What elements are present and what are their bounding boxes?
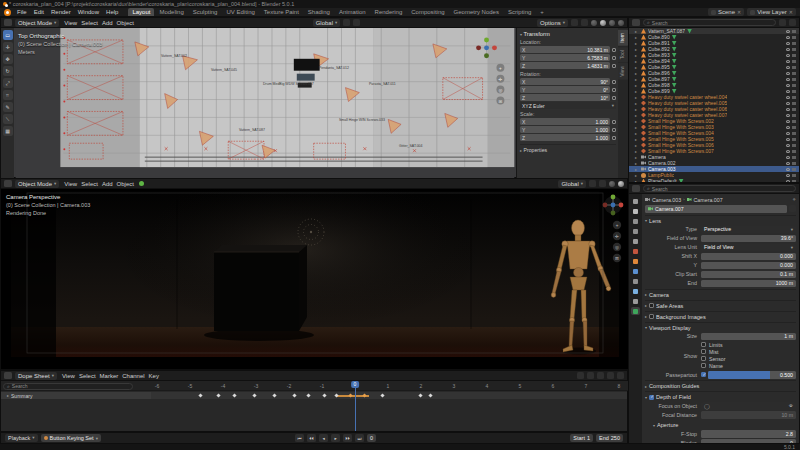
- options-button[interactable]: Options▾: [537, 19, 568, 27]
- keying-set-dropdown[interactable]: Button Keying Set▾: [41, 434, 101, 442]
- render-visibility-icon[interactable]: [792, 138, 796, 141]
- modifiers-tab[interactable]: [631, 267, 640, 275]
- viewport-menu-object[interactable]: Object: [115, 181, 136, 187]
- visibility-eye-icon[interactable]: [786, 132, 790, 135]
- overlay-icon[interactable]: [617, 372, 624, 379]
- top-ortho-canvas[interactable]: +✛◎⊞: [14, 28, 516, 178]
- cursor-tool-icon[interactable]: ✛: [3, 42, 13, 52]
- passepartout-checkbox[interactable]: [701, 372, 706, 377]
- expand-arrow-icon[interactable]: ▸: [635, 143, 639, 148]
- proportional-edit-icon[interactable]: [599, 180, 606, 187]
- lock-icon[interactable]: [612, 128, 616, 132]
- visibility-eye-icon[interactable]: [786, 48, 790, 51]
- safe-areas-panel-header[interactable]: ▸Safe Areas: [645, 300, 796, 311]
- menu-window[interactable]: Window: [75, 8, 102, 16]
- expand-arrow-icon[interactable]: ▸: [635, 137, 639, 142]
- size-field[interactable]: 1 m: [701, 333, 796, 341]
- outliner-editor-icon[interactable]: [632, 19, 640, 26]
- scale-tool-icon[interactable]: ⤢: [3, 78, 13, 88]
- render-visibility-icon[interactable]: [792, 108, 796, 111]
- fov-field[interactable]: 39.6°: [701, 235, 796, 243]
- expand-arrow-icon[interactable]: ▸: [635, 83, 639, 88]
- copy-icon[interactable]: [607, 372, 614, 379]
- physics-tab[interactable]: [631, 287, 640, 295]
- workspace-tab-modeling[interactable]: Modeling: [155, 8, 187, 16]
- expand-arrow-icon[interactable]: ▸: [635, 71, 639, 76]
- workspace-tab-compositing[interactable]: Compositing: [407, 8, 448, 16]
- camera-view-canvas[interactable]: +✛◎⊞: [1, 189, 629, 369]
- expand-arrow-icon[interactable]: ▸: [635, 161, 639, 166]
- move-tool-icon[interactable]: ✥: [3, 54, 13, 64]
- show-name-checkbox[interactable]: Name: [701, 363, 796, 369]
- properties-editor-icon[interactable]: [632, 185, 640, 192]
- expand-arrow-icon[interactable]: ▸: [635, 53, 639, 58]
- scene-tab[interactable]: [631, 237, 640, 245]
- workspace-tab-layout[interactable]: Layout: [128, 8, 154, 16]
- outliner-row-planedefault[interactable]: ▸PlaneDefault: [629, 178, 799, 182]
- workspace-tab-[interactable]: +: [536, 8, 548, 16]
- lens-type-dropdown[interactable]: Perspective▾: [701, 226, 796, 234]
- visibility-eye-icon[interactable]: [786, 54, 790, 57]
- breadcrumb-data[interactable]: Camera.007: [694, 197, 723, 203]
- viewport-menu-view[interactable]: View: [62, 20, 79, 26]
- properties-subpanel[interactable]: ▸ Properties: [520, 144, 616, 153]
- jump-to-start-button[interactable]: ⏮: [295, 434, 304, 442]
- lock-icon[interactable]: [612, 64, 616, 68]
- render-visibility-icon[interactable]: [792, 90, 796, 93]
- render-visibility-icon[interactable]: [792, 42, 796, 45]
- expand-arrow-icon[interactable]: ▸: [635, 35, 639, 40]
- rotation-y[interactable]: Y0°: [520, 86, 616, 93]
- show-mist-checkbox[interactable]: Mist: [701, 349, 796, 355]
- viewport-menu-object[interactable]: Object: [115, 20, 136, 26]
- visibility-eye-icon[interactable]: [786, 114, 790, 117]
- proportional-edit-icon[interactable]: [353, 19, 360, 26]
- expand-arrow-icon[interactable]: ▸: [635, 113, 639, 118]
- lock-icon[interactable]: [612, 136, 616, 140]
- menu-help[interactable]: Help: [103, 8, 121, 16]
- play-reverse-button[interactable]: ◂: [319, 434, 328, 442]
- expand-arrow-icon[interactable]: ▸: [635, 29, 639, 34]
- checkbox[interactable]: [701, 356, 706, 361]
- visibility-eye-icon[interactable]: [786, 96, 790, 99]
- expand-arrow-icon[interactable]: ▸: [635, 65, 639, 70]
- dope-sheet-mode-dropdown[interactable]: Dope Sheet▾: [15, 372, 57, 380]
- render-visibility-icon[interactable]: [792, 114, 796, 117]
- visibility-eye-icon[interactable]: [786, 156, 790, 159]
- dope-menu-select[interactable]: Select: [77, 373, 98, 379]
- snap-magnet-icon[interactable]: [589, 180, 596, 187]
- render-visibility-icon[interactable]: [792, 126, 796, 129]
- viewport-menu-select[interactable]: Select: [79, 181, 100, 187]
- aperture-panel-header[interactable]: ▾Aperture: [645, 420, 796, 430]
- mode-dropdown[interactable]: Object Mode▾: [15, 180, 59, 188]
- annotate-tool-icon[interactable]: ✎: [3, 102, 13, 112]
- location-x[interactable]: X10.381 m: [520, 46, 616, 53]
- id-name-field[interactable]: Camera.007: [645, 205, 787, 213]
- render-tab[interactable]: [631, 207, 640, 215]
- select-box-tool-icon[interactable]: ▭: [3, 30, 13, 40]
- next-keyframe-button[interactable]: ⏵⏵: [343, 434, 352, 442]
- expand-arrow-icon[interactable]: ▸: [635, 41, 639, 46]
- view-layer-selector[interactable]: View Layer ✕: [747, 8, 796, 16]
- dope-menu-key[interactable]: Key: [147, 373, 161, 379]
- shading-rendered-icon[interactable]: [618, 181, 624, 187]
- lock-icon[interactable]: [612, 120, 616, 124]
- render-visibility-icon[interactable]: [792, 72, 796, 75]
- shading-wireframe-icon[interactable]: [591, 20, 597, 26]
- add-cube-tool-icon[interactable]: ▦: [3, 126, 13, 136]
- clip-start-field[interactable]: 0.1 m: [701, 271, 796, 279]
- visibility-eye-icon[interactable]: [786, 162, 790, 165]
- scale-z[interactable]: Z1.000: [520, 134, 616, 141]
- render-visibility-icon[interactable]: [792, 120, 796, 123]
- background-images-panel-header[interactable]: ▸Background Images: [645, 311, 796, 322]
- expand-arrow-icon[interactable]: ▸: [635, 125, 639, 130]
- lock-icon[interactable]: [612, 56, 616, 60]
- visibility-eye-icon[interactable]: [786, 78, 790, 81]
- passepartout-slider[interactable]: 0.500: [708, 371, 796, 379]
- expand-arrow-icon[interactable]: ▸: [635, 89, 639, 94]
- rotation-mode-dropdown[interactable]: XYZ Euler▾: [520, 102, 616, 109]
- snap-magnet-icon[interactable]: [343, 19, 350, 26]
- visibility-eye-icon[interactable]: [786, 66, 790, 69]
- render-visibility-icon[interactable]: [792, 144, 796, 147]
- render-visibility-icon[interactable]: [792, 54, 796, 57]
- filter-funnel-icon[interactable]: [577, 372, 584, 379]
